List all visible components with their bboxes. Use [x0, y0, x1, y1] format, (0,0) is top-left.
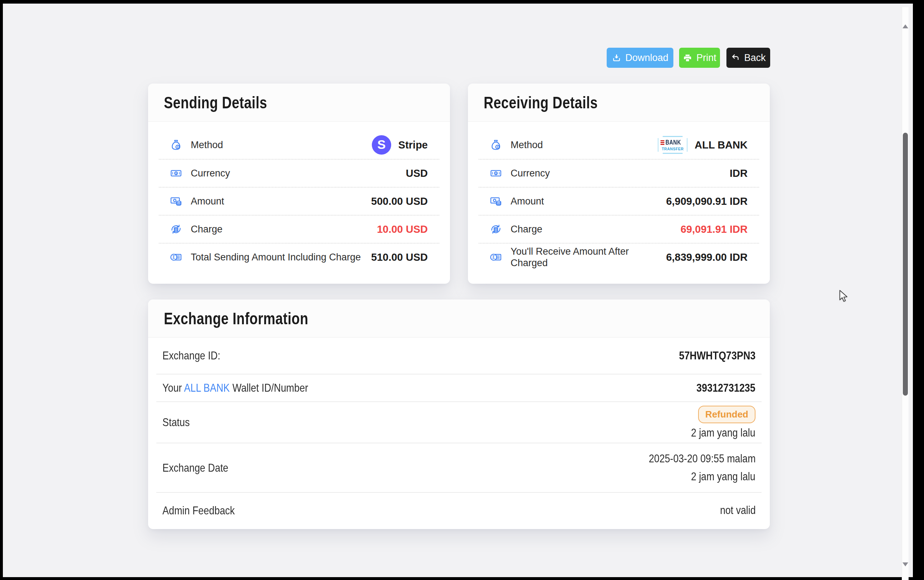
sending-details-header: Sending Details: [148, 84, 450, 122]
sending-charge-row: Charge 10.00 USD: [159, 215, 439, 243]
coins-exchange-icon: [490, 223, 502, 236]
status-badge: Refunded: [698, 406, 755, 423]
receiving-method-row: Method BANK TRANSFER: [478, 131, 759, 159]
exchange-date-time: 2 jam yang lalu: [691, 470, 755, 483]
back-button-label: Back: [744, 53, 766, 64]
exchange-information-title: Exchange Information: [164, 308, 308, 328]
scroll-up-arrow-icon[interactable]: [903, 25, 908, 28]
sending-amount-row: Amount 500.00 USD: [159, 187, 439, 215]
admin-feedback-label: Admin Feedback: [163, 504, 235, 517]
wallet-number-value: 39312731235: [697, 381, 755, 395]
banknote-icon: [490, 167, 502, 180]
receiving-details-header: Receiving Details: [468, 84, 770, 122]
scrollbar-thumb[interactable]: [903, 133, 908, 395]
sending-currency-row: Currency USD: [159, 159, 439, 187]
money-bag-icon: [490, 138, 502, 152]
admin-feedback-row: Admin Feedback not valid: [156, 493, 761, 528]
exchange-information-card: Exchange Information Exchange ID: 57HWHT…: [148, 300, 770, 529]
exchange-id-row: Exchange ID: 57HWHTQ73PN3: [156, 338, 761, 374]
exchange-id-value: 57HWHTQ73PN3: [679, 349, 755, 362]
sending-total-row: Total Sending Amount Including Charge 51…: [159, 243, 439, 271]
stripe-logo: S: [372, 135, 391, 155]
sigma-note-icon: [169, 251, 182, 264]
wallet-row: Your ALL BANK Wallet ID/Number 393127312…: [156, 374, 761, 402]
printer-icon: [683, 53, 692, 63]
sending-details-title: Sending Details: [164, 92, 267, 112]
wallet-label: Your ALL BANK Wallet ID/Number: [163, 381, 308, 395]
print-button-label: Print: [696, 53, 717, 64]
receiving-currency-row: Currency IDR: [478, 159, 759, 187]
vertical-scrollbar[interactable]: [902, 7, 909, 580]
download-button[interactable]: Download: [607, 48, 673, 68]
download-icon: [612, 53, 621, 63]
receiving-total-row: You'll Receive Amount After Charged 6,83…: [478, 243, 759, 271]
coins-exchange-icon: [169, 223, 182, 236]
corner-up-left-icon: [731, 53, 740, 63]
sending-method-row: Method S Stripe: [159, 131, 439, 159]
status-row: Status Refunded 2 jam yang lalu: [156, 402, 761, 443]
bank-transfer-logo: BANK TRANSFER: [658, 136, 687, 154]
exchange-date-value: 2025-03-20 09:55 malam: [649, 452, 755, 465]
print-button[interactable]: Print: [679, 48, 720, 68]
exchange-date-label: Exchange Date: [163, 461, 229, 475]
cash-coins-icon: [169, 195, 182, 208]
browser-viewport: Download Print Back Sending Details Me: [0, 0, 924, 580]
exchange-date-row: Exchange Date 2025-03-20 09:55 malam 2 j…: [156, 443, 761, 493]
page-background: Download Print Back Sending Details Me: [3, 3, 913, 577]
sigma-note-icon: [490, 251, 502, 264]
receiving-details-card: Receiving Details Method BANK: [468, 84, 770, 284]
receiving-details-title: Receiving Details: [484, 92, 598, 112]
mouse-cursor-icon: [839, 290, 850, 303]
wallet-bank-name: ALL BANK: [184, 381, 230, 394]
receiving-charge-row: Charge 69,091.91 IDR: [478, 215, 759, 243]
sending-details-card: Sending Details Method S Stripe Currency…: [148, 84, 450, 284]
download-button-label: Download: [625, 53, 668, 64]
receiving-amount-row: Amount 6,909,090.91 IDR: [478, 187, 759, 215]
admin-feedback-value: not valid: [720, 504, 755, 517]
bank-transfer-bars-icon: [661, 140, 664, 145]
exchange-information-header: Exchange Information: [148, 300, 770, 338]
cash-coins-icon: [490, 195, 502, 208]
money-bag-icon: [169, 138, 182, 152]
status-time: 2 jam yang lalu: [691, 427, 755, 439]
exchange-id-label: Exchange ID:: [163, 349, 220, 362]
status-label: Status: [163, 416, 190, 429]
scroll-down-arrow-icon[interactable]: [903, 562, 908, 566]
banknote-icon: [169, 167, 182, 180]
back-button[interactable]: Back: [727, 48, 770, 68]
